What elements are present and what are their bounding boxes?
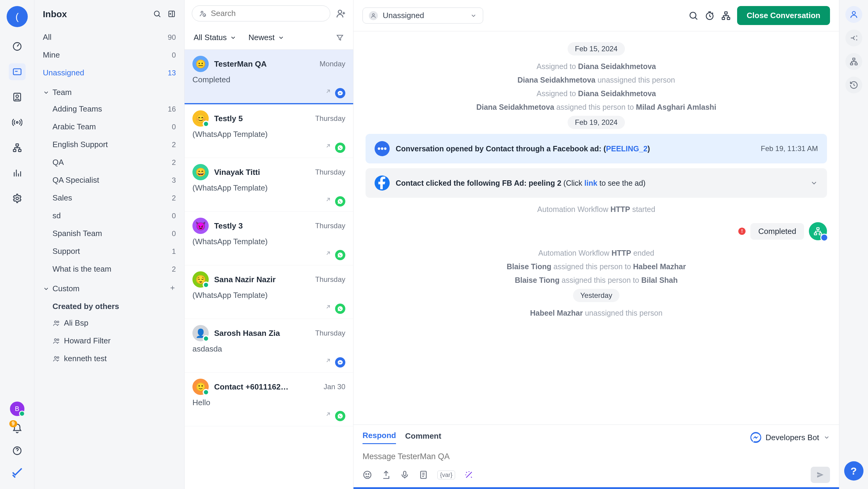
svg-point-15	[57, 338, 59, 340]
svg-rect-38	[852, 58, 855, 60]
activity-log: Blaise Tiong assigned this person to Bil…	[366, 273, 827, 287]
conversation-item[interactable]: 😌 Sana Nazir Nazir Thursday (WhatsApp Te…	[185, 265, 353, 319]
search-input[interactable]	[211, 9, 323, 18]
sidebar-others-item[interactable]: Howard Filter	[34, 332, 184, 350]
history-icon[interactable]	[845, 76, 862, 94]
svg-point-37	[852, 11, 855, 14]
event-conversation-opened: Conversation opened by Contact through a…	[366, 134, 827, 163]
sidebar-item-mine[interactable]: Mine 0	[34, 46, 184, 64]
status-filter[interactable]: All Status	[194, 33, 237, 42]
svg-rect-7	[19, 150, 21, 152]
user-avatar[interactable]: B	[10, 401, 25, 416]
contact-name: Vinayak Titti	[214, 168, 310, 177]
sidebar-team-item[interactable]: English Support2	[34, 136, 184, 154]
bot-avatar	[809, 222, 827, 240]
svg-point-17	[57, 356, 59, 358]
add-custom-icon[interactable]	[169, 284, 176, 293]
message-input[interactable]	[363, 444, 830, 467]
respond-tab[interactable]: Respond	[363, 431, 396, 444]
filter-icon[interactable]	[336, 33, 344, 42]
sidebar-others-item[interactable]: Ali Bsp	[34, 314, 184, 332]
sort-filter[interactable]: Newest	[249, 33, 284, 42]
sidebar-team-item[interactable]: QA2	[34, 154, 184, 171]
sidebar-item-label: Adding Teams	[53, 104, 102, 113]
contact-name: Sarosh Hasan Zia	[214, 329, 310, 338]
nav-dashboard-icon[interactable]	[9, 38, 26, 55]
conversation-item[interactable]: 🙂 Contact +6011162… Jan 30 Hello	[185, 372, 353, 426]
sidebar-collapse-icon[interactable]	[167, 10, 176, 19]
workspace-avatar[interactable]: (	[7, 6, 28, 27]
sidebar-item-count: 90	[168, 33, 176, 42]
svg-point-12	[55, 321, 57, 323]
sidebar-team-item[interactable]: Support1	[34, 242, 184, 260]
channel-selector[interactable]: Developers Bot	[750, 432, 830, 443]
brand-logo-icon[interactable]	[11, 466, 23, 479]
conversation-item[interactable]: 👤 Sarosh Hasan Zia Thursday asdasda	[185, 319, 353, 372]
snooze-icon[interactable]	[705, 10, 715, 21]
help-fab[interactable]: ?	[844, 461, 864, 481]
conversation-item[interactable]: 😈 Testly 3 Thursday (WhatsApp Template)	[185, 211, 353, 265]
nav-settings-icon[interactable]	[9, 190, 26, 207]
chevron-down-icon	[470, 12, 477, 19]
chevron-down-icon	[810, 179, 818, 187]
svg-point-32	[364, 471, 371, 479]
variable-icon[interactable]: {var}	[437, 470, 455, 479]
sidebar-team-item[interactable]: QA Specialist3	[34, 171, 184, 189]
header-search-icon[interactable]	[688, 10, 699, 21]
conversation-item[interactable]: 😐 TesterMan QA Monday Completed	[185, 50, 353, 104]
sidebar-team-item[interactable]: sd0	[34, 207, 184, 225]
error-icon[interactable]: !	[738, 228, 746, 235]
sidebar-team-item[interactable]: Sales2	[34, 189, 184, 207]
add-contact-icon[interactable]	[336, 8, 346, 19]
comment-tab[interactable]: Comment	[405, 431, 441, 444]
sidebar-item-unassigned[interactable]: Unassigned 13	[34, 64, 184, 82]
sidebar-others-item[interactable]: kenneth test	[34, 350, 184, 367]
merge-icon[interactable]	[845, 30, 862, 46]
workflow-icon[interactable]	[721, 10, 731, 21]
svg-point-28	[384, 148, 386, 150]
sidebar-team-item[interactable]: Spanish Team0	[34, 225, 184, 242]
event-fb-ad-click[interactable]: Contact clicked the following FB Ad: pee…	[366, 168, 827, 198]
nav-workflow-icon[interactable]	[9, 139, 26, 156]
svg-point-26	[378, 148, 380, 150]
close-conversation-button[interactable]: Close Conversation	[737, 6, 830, 25]
conversation-time: Thursday	[315, 168, 345, 176]
nav-contacts-icon[interactable]	[9, 89, 26, 105]
sidebar-team-item[interactable]: Arabic Team0	[34, 118, 184, 136]
conversation-item[interactable]: 😄 Vinayak Titti Thursday (WhatsApp Templ…	[185, 158, 353, 211]
svg-point-21	[690, 12, 696, 18]
help-icon[interactable]	[9, 442, 26, 459]
ai-magic-icon[interactable]	[464, 470, 474, 480]
contact-avatar: 🙂	[192, 379, 209, 395]
sidebar-search-icon[interactable]	[153, 10, 161, 19]
sidebar-item-all[interactable]: All 90	[34, 28, 184, 46]
search-input-wrap[interactable]	[192, 5, 330, 22]
notifications-icon[interactable]: 9	[12, 423, 23, 435]
whatsapp-icon	[335, 411, 345, 421]
nav-reports-icon[interactable]	[9, 165, 26, 182]
sidebar-team-item[interactable]: What is the team2	[34, 260, 184, 278]
attachment-icon[interactable]	[381, 470, 391, 480]
ad-link[interactable]: PEELING_2	[606, 144, 648, 153]
whatsapp-icon	[335, 303, 345, 314]
online-status-icon	[203, 121, 209, 127]
sidebar-item-count: 0	[172, 229, 176, 238]
mic-icon[interactable]	[400, 470, 409, 480]
assignee-dropdown[interactable]: Unassigned	[363, 7, 483, 24]
sidebar-group-team[interactable]: Team	[34, 82, 184, 100]
contact-avatar: 😈	[192, 218, 209, 234]
workflow-panel-icon[interactable]	[845, 53, 862, 70]
contact-avatar: 😄	[192, 164, 209, 180]
nav-inbox-icon[interactable]	[9, 63, 26, 80]
svg-rect-23	[725, 12, 727, 14]
contact-panel-icon[interactable]	[845, 6, 862, 23]
nav-broadcast-icon[interactable]	[9, 114, 26, 131]
messenger-icon	[335, 357, 345, 367]
snippets-icon[interactable]	[418, 470, 428, 480]
send-button[interactable]	[811, 467, 830, 483]
conversation-item[interactable]: 😊 Testly 5 Thursday (WhatsApp Template)	[185, 104, 353, 158]
emoji-icon[interactable]	[363, 470, 372, 480]
sidebar-team-item[interactable]: Adding Teams16	[34, 100, 184, 118]
fb-ad-link[interactable]: link	[585, 179, 597, 187]
sidebar-group-custom[interactable]: Custom	[34, 278, 184, 296]
